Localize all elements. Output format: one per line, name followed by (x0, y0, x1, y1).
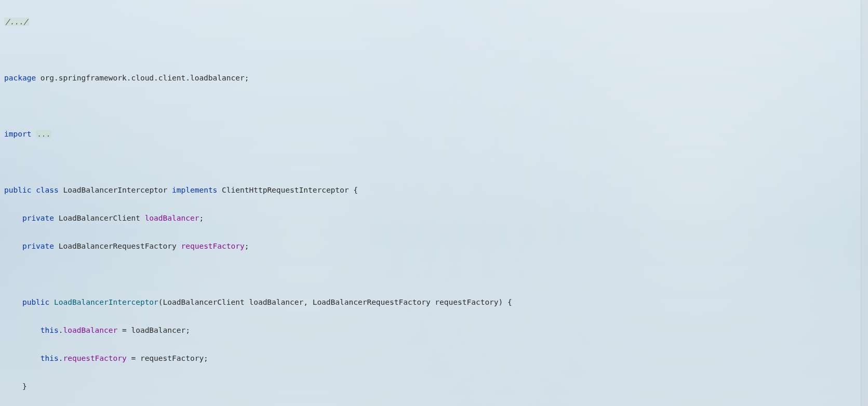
constructor-params: (LoadBalancerClient loadBalancer, LoadBa… (158, 298, 512, 306)
field-name-requestfactory: requestFactory (181, 242, 244, 250)
interface-name: ClientHttpRequestInterceptor (222, 186, 349, 194)
class-name: LoadBalancerInterceptor (63, 186, 168, 194)
brace-open: { (349, 186, 358, 194)
implements-keyword: implements (172, 186, 217, 194)
assign-rest: = loadBalancer; (117, 326, 190, 334)
error-stripe[interactable] (861, 0, 868, 406)
field-name-loadbalancer: loadBalancer (145, 214, 199, 222)
field-type: LoadBalancerClient (59, 214, 140, 222)
import-fold[interactable]: ... (36, 130, 51, 138)
this-keyword: this (41, 354, 59, 362)
field-ref-loadbalancer: loadBalancer (63, 326, 118, 334)
public-keyword: public (4, 186, 31, 194)
class-keyword: class (36, 186, 59, 194)
this-keyword: this (41, 326, 59, 334)
constructor-name: LoadBalancerInterceptor (54, 298, 158, 306)
package-keyword: package (4, 74, 36, 82)
assign-rest: = requestFactory; (127, 354, 208, 362)
import-keyword: import (4, 130, 31, 138)
package-name: org.springframework.cloud.client.loadbal… (41, 74, 249, 82)
dot: . (59, 326, 63, 334)
dot: . (59, 354, 63, 362)
field-type: LoadBalancerRequestFactory (59, 242, 177, 250)
private-keyword: private (22, 214, 54, 222)
brace-close: } (22, 382, 27, 390)
folded-comment[interactable]: /.../ (4, 18, 29, 26)
semicolon: ; (199, 214, 204, 222)
code-editor[interactable]: /.../ package org.springframework.cloud.… (0, 0, 868, 406)
public-keyword: public (22, 298, 49, 306)
private-keyword: private (22, 242, 54, 250)
field-ref-requestfactory: requestFactory (63, 354, 127, 362)
semicolon: ; (245, 242, 249, 250)
